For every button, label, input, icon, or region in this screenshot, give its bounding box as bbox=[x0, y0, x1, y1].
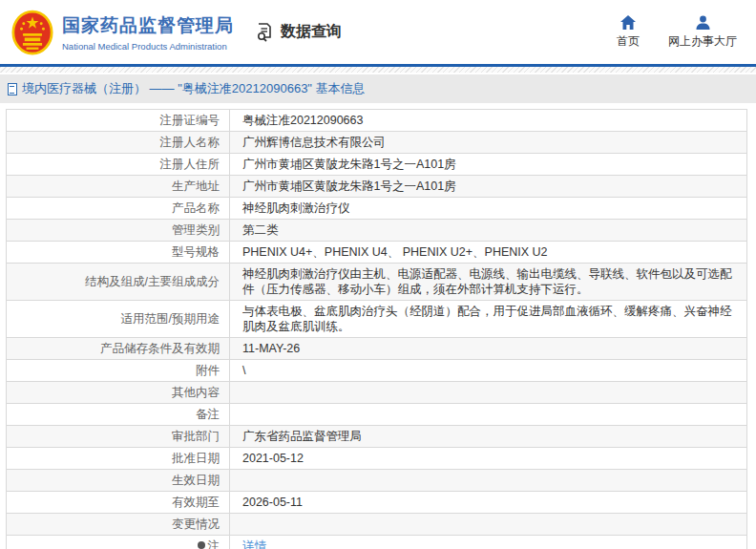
table-row: 生产地址广州市黄埔区黄陂龙朱路1号之一A101房 bbox=[7, 176, 746, 198]
table-row: 附件\ bbox=[7, 360, 746, 382]
agency-name-cn: 国家药品监督管理局 bbox=[62, 13, 234, 38]
hatch-divider bbox=[0, 67, 756, 73]
row-label: 适用范围/预期用途 bbox=[7, 301, 230, 337]
row-label: 注册证编号 bbox=[7, 110, 230, 131]
breadcrumb-text: 境内医疗器械（注册） —— "粤械注准20212090663" 基本信息 bbox=[22, 80, 366, 97]
header-nav: 首页 网上办事大厅 bbox=[617, 15, 737, 50]
row-value: \ bbox=[230, 360, 746, 381]
info-table: 注册证编号粤械注准20212090663注册人名称广州辉博信息技术有限公司注册人… bbox=[6, 109, 747, 549]
table-row: 注册人住所广州市黄埔区黄陂龙朱路1号之一A101房 bbox=[7, 154, 746, 176]
row-value: 11-MAY-26 bbox=[230, 338, 746, 359]
table-row: 适用范围/预期用途与体表电极、盆底肌肉治疗头（经阴道）配合，用于促进局部血液循环… bbox=[7, 301, 746, 338]
row-label: 批准日期 bbox=[7, 448, 230, 469]
row-label: 产品储存条件及有效期 bbox=[7, 338, 230, 359]
table-row: 审批部门广东省药品监督管理局 bbox=[7, 426, 746, 448]
document-icon bbox=[8, 83, 17, 95]
table-row: 批准日期2021-05-12 bbox=[7, 448, 746, 470]
row-label: 审批部门 bbox=[7, 426, 230, 447]
row-label: 生效日期 bbox=[7, 470, 230, 491]
row-label: 注 bbox=[7, 536, 230, 549]
table-row: 生效日期 bbox=[7, 470, 746, 492]
row-value: 广州市黄埔区黄陂龙朱路1号之一A101房 bbox=[230, 154, 746, 175]
brand: 国家药品监督管理局 National Medical Products Admi… bbox=[11, 10, 234, 55]
row-label: 注册人名称 bbox=[7, 132, 230, 153]
site-header: 国家药品监督管理局 National Medical Products Admi… bbox=[0, 0, 756, 67]
table-row: 产品名称神经肌肉刺激治疗仪 bbox=[7, 198, 746, 220]
bulb-icon bbox=[198, 541, 205, 549]
table-row: 备注 bbox=[7, 404, 746, 426]
user-icon bbox=[696, 15, 710, 30]
row-label: 型号规格 bbox=[7, 242, 230, 263]
row-value: PHENIX U4+、PHENIX U4、 PHENIX U2+、PHENIX … bbox=[230, 242, 746, 263]
row-label: 附件 bbox=[7, 360, 230, 381]
row-value bbox=[230, 514, 746, 535]
row-value: 广东省药品监督管理局 bbox=[230, 426, 746, 447]
row-label: 管理类别 bbox=[7, 220, 230, 241]
table-row: 有效期至2026-05-11 bbox=[7, 492, 746, 514]
home-icon bbox=[620, 15, 636, 30]
row-value: 粤械注准20212090663 bbox=[230, 110, 746, 131]
table-row: 注详情 bbox=[7, 536, 746, 549]
national-emblem bbox=[11, 10, 53, 55]
row-label: 产品名称 bbox=[7, 198, 230, 219]
row-value: 第二类 bbox=[230, 220, 746, 241]
table-row: 注册人名称广州辉博信息技术有限公司 bbox=[7, 132, 746, 154]
row-label: 其他内容 bbox=[7, 382, 230, 403]
row-value: 神经肌肉刺激治疗仪由主机、电源适配器、电源线、输出电缆线、导联线、软件包以及可选… bbox=[230, 264, 746, 300]
nav-home[interactable]: 首页 bbox=[617, 15, 640, 50]
row-value: 2026-05-11 bbox=[230, 492, 746, 513]
nav-service-hall[interactable]: 网上办事大厅 bbox=[668, 15, 737, 50]
table-row: 注册证编号粤械注准20212090663 bbox=[7, 110, 746, 132]
table-row: 结构及组成/主要组成成分神经肌肉刺激治疗仪由主机、电源适配器、电源线、输出电缆线… bbox=[7, 264, 746, 301]
nav-data-query[interactable]: 数据查询 bbox=[255, 22, 342, 43]
row-value: 详情 bbox=[230, 536, 746, 549]
row-value bbox=[230, 404, 746, 425]
nav-home-label: 首页 bbox=[617, 33, 640, 50]
nav-service-hall-label: 网上办事大厅 bbox=[668, 33, 737, 50]
table-row: 其他内容 bbox=[7, 382, 746, 404]
row-value bbox=[230, 382, 746, 403]
row-value: 与体表电极、盆底肌肉治疗头（经阴道）配合，用于促进局部血液循环、缓解疼痛、兴奋神… bbox=[230, 301, 746, 337]
breadcrumb: 境内医疗器械（注册） —— "粤械注准20212090663" 基本信息 bbox=[0, 74, 756, 103]
document-search-icon bbox=[255, 22, 276, 43]
row-value bbox=[230, 470, 746, 491]
agency-name-en: National Medical Products Administration bbox=[62, 41, 234, 52]
data-query-label: 数据查询 bbox=[281, 22, 342, 42]
row-label: 结构及组成/主要组成成分 bbox=[7, 264, 230, 300]
row-label: 注册人住所 bbox=[7, 154, 230, 175]
brand-text: 国家药品监督管理局 National Medical Products Admi… bbox=[62, 13, 234, 52]
detail-link[interactable]: 详情 bbox=[242, 538, 266, 549]
row-label: 生产地址 bbox=[7, 176, 230, 197]
row-value: 广州辉博信息技术有限公司 bbox=[230, 132, 746, 153]
table-row: 管理类别第二类 bbox=[7, 220, 746, 242]
row-value: 神经肌肉刺激治疗仪 bbox=[230, 198, 746, 219]
row-value: 广州市黄埔区黄陂龙朱路1号之一A101房 bbox=[230, 176, 746, 197]
table-row: 产品储存条件及有效期11-MAY-26 bbox=[7, 338, 746, 360]
row-label: 变更情况 bbox=[7, 514, 230, 535]
table-row: 变更情况 bbox=[7, 514, 746, 536]
row-value: 2021-05-12 bbox=[230, 448, 746, 469]
row-label: 备注 bbox=[7, 404, 230, 425]
table-row: 型号规格PHENIX U4+、PHENIX U4、 PHENIX U2+、PHE… bbox=[7, 242, 746, 264]
row-label: 有效期至 bbox=[7, 492, 230, 513]
